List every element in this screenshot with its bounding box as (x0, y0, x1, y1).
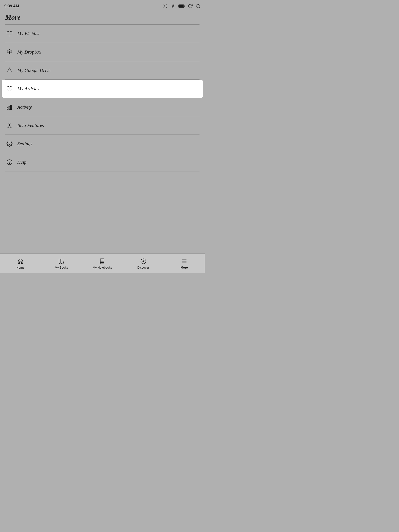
menu-item-settings[interactable]: Settings (0, 135, 205, 153)
discover-icon (140, 258, 147, 265)
bottom-nav: Home My Books My Notebooks (0, 253, 205, 273)
battery-icon (178, 4, 185, 8)
menu-item-activity[interactable]: Activity (0, 98, 205, 116)
help-label: Help (17, 159, 26, 165)
svg-marker-19 (7, 68, 12, 72)
menu-item-articles[interactable]: My Articles (2, 80, 203, 98)
settings-label: Settings (17, 141, 32, 147)
menu-item-wishlist[interactable]: My Wishlist (0, 25, 205, 43)
googledrive-icon (5, 66, 14, 75)
svg-line-3 (164, 5, 164, 5)
articles-label: My Articles (17, 86, 39, 92)
brightness-icon (163, 4, 168, 8)
svg-point-9 (173, 7, 173, 8)
svg-rect-21 (9, 107, 10, 110)
svg-rect-20 (7, 108, 8, 109)
svg-point-28 (10, 127, 12, 128)
menu-item-help[interactable]: Help (0, 153, 205, 171)
svg-rect-22 (11, 105, 12, 110)
svg-rect-11 (184, 6, 185, 7)
home-icon (17, 258, 24, 265)
svg-point-30 (7, 159, 12, 165)
wifi-icon (171, 4, 175, 8)
svg-marker-42 (142, 260, 145, 262)
nav-item-discover[interactable]: Discover (123, 254, 164, 273)
notebooks-icon (99, 258, 106, 265)
nav-item-home[interactable]: Home (0, 254, 41, 273)
activity-icon (5, 103, 14, 111)
wishlist-label: My Wishlist (17, 31, 39, 37)
status-bar: 9:39 AM (0, 0, 205, 11)
activity-label: Activity (17, 104, 32, 110)
discover-nav-label: Discover (137, 266, 149, 269)
svg-point-0 (164, 5, 166, 7)
googledrive-label: My Google Drive (17, 68, 51, 73)
page-title: More (0, 11, 205, 24)
help-icon (5, 158, 14, 166)
svg-point-27 (8, 127, 9, 128)
more-nav-label: More (180, 266, 188, 269)
svg-rect-33 (61, 259, 62, 263)
menu-item-googledrive[interactable]: My Google Drive (0, 61, 205, 79)
svg-line-14 (199, 7, 200, 8)
heart-icon (5, 29, 14, 38)
status-time: 9:39 AM (4, 4, 19, 8)
home-nav-label: Home (16, 266, 24, 269)
mybooks-nav-label: My Books (55, 266, 68, 269)
svg-rect-12 (179, 5, 184, 7)
mynotebooks-nav-label: My Notebooks (93, 266, 112, 269)
svg-line-8 (166, 5, 167, 5)
nav-item-more[interactable]: More (164, 254, 205, 273)
status-icons (163, 4, 200, 8)
menu-item-beta[interactable]: Beta Features (0, 116, 205, 134)
settings-icon (5, 139, 14, 148)
nav-item-mybooks[interactable]: My Books (41, 254, 82, 273)
svg-point-13 (196, 4, 200, 7)
dropbox-label: My Dropbox (17, 49, 41, 55)
svg-point-29 (9, 143, 10, 145)
svg-point-23 (9, 123, 10, 124)
menu-item-dropbox[interactable]: My Dropbox (0, 43, 205, 61)
nav-item-mynotebooks[interactable]: My Notebooks (82, 254, 123, 273)
books-icon (58, 258, 65, 265)
divider-8 (5, 171, 200, 171)
articles-icon (5, 84, 14, 93)
beta-icon (5, 121, 14, 130)
refresh-icon (188, 4, 193, 8)
beta-label: Beta Features (17, 123, 44, 128)
svg-rect-32 (59, 259, 60, 263)
search-icon[interactable] (196, 4, 200, 8)
more-icon (180, 258, 188, 265)
dropbox-icon (5, 48, 14, 56)
